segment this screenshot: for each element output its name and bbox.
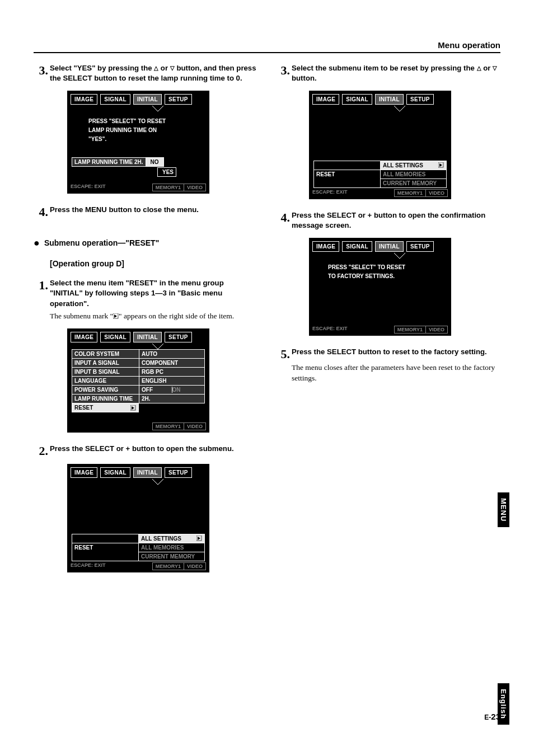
page-number: E-23	[484, 712, 500, 721]
osd-tab: SETUP	[406, 241, 434, 252]
osd-video: VIDEO	[426, 326, 448, 334]
osd-memory: MEMORY1	[152, 562, 184, 570]
osd-escape: ESCAPE: EXIT	[71, 184, 106, 191]
tab-pointer-icon	[147, 106, 169, 111]
submenu-arrow-icon	[438, 162, 444, 168]
osd-tab: SETUP	[406, 94, 434, 105]
osd-submenu-item: ALL SETTINGS	[381, 161, 447, 170]
osd-tab: SETUP	[165, 94, 192, 105]
osd-item-label: INPUT B SIGNAL	[72, 367, 139, 377]
osd-reset-label: RESET	[72, 543, 139, 552]
osd-video: VIDEO	[184, 184, 206, 191]
osd-message-line: PRESS "SELECT" TO RESET	[328, 263, 440, 272]
osd-memory: MEMORY1	[394, 326, 426, 334]
osd-lamp-label: LAMP RUNNING TIME 2H.	[72, 157, 146, 167]
osd-reset-item: RESET	[72, 403, 139, 412]
osd-item-label: LANGUAGE	[72, 376, 139, 386]
osd-tab: SIGNAL	[100, 94, 130, 105]
osd-video: VIDEO	[426, 189, 448, 197]
osd-tab-active: INITIAL	[375, 241, 404, 252]
osd-message-line: PRESS "SELECT" TO RESET	[88, 117, 198, 126]
step-note: The submenu mark "" appears on the right…	[50, 311, 259, 322]
osd-no-option: NO	[146, 157, 164, 167]
osd-tab: SIGNAL	[100, 332, 130, 342]
osd-screenshot-2: IMAGE SIGNAL INITIAL SETUP COLOR SYSTEMA…	[67, 328, 209, 433]
osd-screenshot-5: IMAGE SIGNAL INITIAL SETUP PRESS "SELECT…	[309, 238, 451, 336]
osd-item-value: ENGLISH	[139, 376, 205, 386]
osd-tab: IMAGE	[312, 94, 339, 105]
osd-tab: SIGNAL	[342, 241, 372, 252]
submenu-heading: ● Submenu operation—"RESET"	[34, 237, 259, 249]
osd-tab: SIGNAL	[342, 94, 372, 105]
osd-tab: SETUP	[165, 332, 192, 342]
right-column: 3. Select the submenu item to be reset b…	[275, 63, 500, 584]
osd-tab-active: INITIAL	[375, 94, 404, 105]
step-number: 3.	[34, 63, 48, 84]
osd-escape: ESCAPE: EXIT	[71, 562, 106, 570]
operation-group-label: [Operation group D]	[50, 259, 259, 268]
osd-submenu-item: ALL SETTINGS	[139, 534, 205, 543]
osd-reset-label: RESET	[313, 170, 381, 179]
osd-item-value: AUTO	[139, 349, 205, 359]
osd-tab: IMAGE	[71, 467, 97, 478]
osd-item-label: INPUT A SIGNAL	[72, 358, 139, 368]
osd-submenu-item: ALL MEMORIES	[139, 543, 205, 552]
osd-item-label: COLOR SYSTEM	[72, 349, 139, 359]
osd-memory: MEMORY1	[152, 422, 184, 430]
osd-message-line: LAMP RUNNING TIME ON	[88, 126, 198, 135]
step-number: 4.	[34, 205, 48, 218]
submenu-arrow-icon	[196, 536, 202, 541]
osd-yes-option: YES	[157, 167, 176, 177]
submenu-arrow-icon	[130, 405, 136, 411]
osd-memory: MEMORY1	[394, 189, 426, 197]
step-text: Select the menu item "RESET" in the menu…	[50, 278, 259, 309]
step-text: Press the SELECT or + button to open the…	[50, 444, 259, 457]
osd-tab: SIGNAL	[100, 467, 130, 478]
osd-message-line: "YES".	[88, 135, 198, 144]
osd-tab: SETUP	[165, 467, 192, 478]
step-text: Select the submenu item to be reset by p…	[292, 63, 500, 84]
osd-memory: MEMORY1	[152, 184, 184, 191]
tab-pointer-icon	[147, 479, 169, 485]
left-column: 3. Select "YES" by pressing the △ or ▽ b…	[34, 63, 259, 584]
osd-item-value: 2H.	[139, 394, 205, 403]
osd-tab: IMAGE	[71, 94, 97, 105]
up-triangle-icon: △	[154, 65, 158, 71]
osd-tab: IMAGE	[71, 332, 97, 342]
side-tab-menu: MENU	[498, 492, 509, 527]
osd-tab-active: INITIAL	[133, 332, 162, 342]
step-text: Press the SELECT button to reset to the …	[292, 347, 500, 360]
osd-tab: IMAGE	[312, 241, 339, 252]
osd-item-label: LAMP RUNNING TIME	[72, 394, 139, 403]
tab-pointer-icon	[147, 344, 169, 349]
step-number: 2.	[34, 444, 48, 457]
step-note: The menu closes after the parameters hav…	[292, 363, 500, 384]
osd-item-value: RGB PC	[139, 367, 205, 377]
step-number: 5.	[275, 347, 290, 360]
step-text: Press the MENU button to close the menu.	[50, 205, 259, 218]
osd-video: VIDEO	[184, 422, 206, 430]
osd-message-line: TO FACTORY SETTINGS.	[328, 272, 440, 281]
osd-screenshot-1: IMAGE SIGNAL INITIAL SETUP PRESS "SELECT…	[67, 91, 209, 194]
step-text: Select "YES" by pressing the △ or ▽ butt…	[50, 63, 259, 84]
submenu-arrow-icon	[113, 313, 119, 319]
step-text: Press the SELECT or + button to open the…	[292, 210, 500, 231]
osd-tab-active: INITIAL	[133, 94, 162, 105]
bullet-icon: ●	[34, 237, 40, 249]
step-number: 1.	[34, 278, 48, 309]
osd-submenu-item: CURRENT MEMORY	[139, 552, 205, 561]
osd-submenu-item: CURRENT MEMORY	[381, 179, 447, 188]
down-triangle-icon: ▽	[170, 65, 175, 71]
osd-item-value: COMPONENT	[139, 358, 205, 368]
osd-escape: ESCAPE: EXIT	[312, 326, 348, 334]
osd-tab-active: INITIAL	[133, 467, 162, 478]
tab-pointer-icon	[388, 253, 411, 259]
down-triangle-icon: ▽	[493, 65, 497, 71]
osd-video: VIDEO	[184, 562, 206, 570]
tab-pointer-icon	[388, 106, 411, 111]
osd-screenshot-3: IMAGE SIGNAL INITIAL SETUP ALL SETTINGS	[67, 464, 209, 572]
osd-escape: ESCAPE: EXIT	[312, 189, 348, 197]
up-triangle-icon: △	[477, 65, 481, 71]
osd-screenshot-4: IMAGE SIGNAL INITIAL SETUP ALL SETTINGS	[309, 91, 451, 199]
page-header: Menu operation	[34, 40, 500, 53]
